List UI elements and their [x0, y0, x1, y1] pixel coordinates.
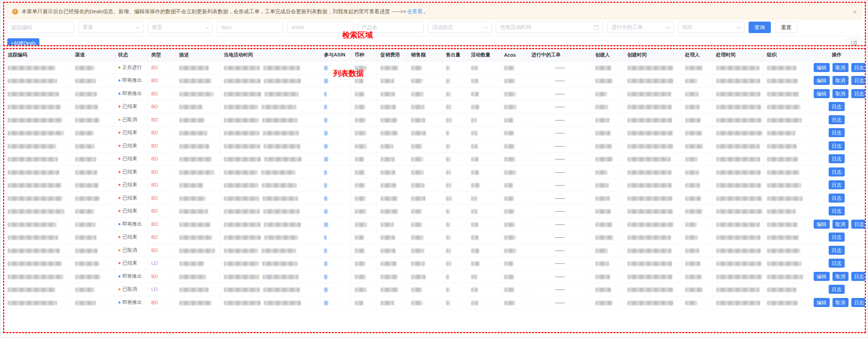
asin-count[interactable] — [324, 144, 328, 149]
redacted-text — [716, 131, 762, 135]
edit-button[interactable]: 编辑 — [814, 272, 830, 281]
log-button[interactable]: 日志 — [829, 233, 845, 242]
log-button[interactable]: 日志 — [829, 206, 845, 215]
asin-count[interactable] — [324, 301, 328, 305]
search-button[interactable]: 查询 — [749, 22, 771, 33]
sku-field[interactable] — [221, 24, 279, 30]
asin-count[interactable] — [324, 275, 327, 279]
redacted-text — [446, 209, 450, 214]
asin-field[interactable] — [291, 24, 349, 30]
cancel-button[interactable]: 取消 — [832, 298, 849, 307]
cancel-button[interactable]: 取消 — [832, 220, 849, 229]
log-button[interactable]: 日志 — [829, 194, 845, 203]
log-button[interactable]: 日志 — [829, 128, 845, 137]
ongoing-ticket-select[interactable]: 进行中的工单 — [607, 22, 674, 33]
activity-status-select[interactable]: 活动状态 — [428, 22, 492, 33]
edit-button[interactable]: 编辑 — [814, 220, 830, 229]
redacted-date-start — [224, 92, 261, 96]
tracking-code-input[interactable] — [7, 22, 74, 33]
log-button[interactable]: 日志 — [829, 167, 845, 176]
redacted-text — [75, 275, 100, 279]
product-name-field[interactable] — [362, 24, 420, 30]
log-button[interactable]: 日志 — [851, 76, 865, 85]
cell-ops: 编辑取消日志 — [808, 74, 865, 87]
log-button[interactable]: 日志 — [829, 285, 845, 294]
log-button[interactable]: 日志 — [851, 63, 865, 72]
cancel-button[interactable]: 取消 — [832, 63, 849, 72]
edit-button[interactable]: 编辑 — [814, 298, 830, 307]
cell-sold — [442, 257, 467, 270]
log-button[interactable]: 日志 — [851, 298, 865, 307]
log-button[interactable]: 日志 — [829, 246, 845, 255]
asin-count[interactable] — [324, 170, 327, 175]
asin-count[interactable] — [324, 92, 327, 96]
close-icon[interactable]: × — [853, 8, 857, 15]
log-button[interactable]: 日志 — [829, 180, 845, 189]
log-button[interactable]: 日志 — [829, 102, 845, 111]
asin-count[interactable] — [324, 235, 327, 240]
type-label: BD — [151, 247, 158, 253]
asin-count[interactable] — [324, 196, 327, 201]
status-dot — [118, 262, 120, 264]
cell-ctime — [624, 165, 681, 179]
asin-count[interactable] — [324, 209, 328, 214]
asin-count[interactable] — [324, 288, 328, 292]
redacted-text — [411, 183, 424, 188]
cell-code — [4, 61, 71, 74]
asin-count[interactable] — [324, 79, 328, 83]
cancel-button[interactable]: 取消 — [832, 76, 849, 85]
redacted-text — [8, 196, 63, 201]
cell-asin — [320, 244, 351, 257]
sku-input[interactable] — [217, 22, 283, 33]
tracking-code-field[interactable] — [11, 24, 70, 30]
create-deals-button[interactable]: +创建Deals — [7, 38, 39, 46]
log-button[interactable]: 日志 — [829, 115, 845, 124]
cell-code — [4, 205, 71, 218]
edit-button[interactable]: 编辑 — [814, 63, 830, 72]
cell-asin — [320, 270, 351, 283]
cell-qty — [467, 61, 500, 74]
asin-count[interactable] — [324, 183, 327, 188]
log-button[interactable]: 日志 — [829, 259, 845, 268]
asin-count[interactable] — [324, 105, 327, 109]
cancel-button[interactable]: 取消 — [832, 272, 849, 281]
alert-banner: ! 本菜单只展示后台已经报名的Deals信息。新增、编辑等操作的数据不会立刻更新… — [7, 4, 862, 19]
cell-asin — [320, 231, 351, 244]
asin-count[interactable] — [324, 249, 327, 253]
asin-count[interactable] — [324, 131, 328, 135]
asin-count[interactable] — [324, 261, 327, 266]
redacted-text — [471, 170, 479, 175]
status-dot — [118, 119, 120, 121]
cell-qty — [467, 179, 500, 192]
cell-sold — [442, 283, 467, 296]
asin-count[interactable] — [324, 118, 327, 123]
log-button[interactable]: 日志 — [829, 154, 845, 163]
status-text: 已结束 — [123, 260, 137, 266]
organization-select[interactable]: 组织 — [678, 22, 744, 33]
cell-type: BD — [148, 270, 175, 283]
redacted-text — [685, 261, 700, 266]
edit-button[interactable]: 编辑 — [814, 76, 830, 85]
log-button[interactable]: 日志 — [829, 141, 845, 150]
log-button[interactable]: 日志 — [851, 220, 865, 229]
redacted-text — [627, 157, 671, 162]
redacted-text — [446, 66, 450, 70]
log-button[interactable]: 日志 — [851, 272, 865, 281]
asin-count[interactable] — [324, 66, 328, 70]
asin-count[interactable] — [324, 222, 328, 227]
list-view-button[interactable] — [846, 39, 862, 46]
deal-type-select[interactable]: 类型 — [148, 22, 213, 33]
redacted-date-end — [262, 183, 297, 188]
cell-time — [220, 61, 320, 74]
channel-select[interactable]: 渠道 — [78, 22, 143, 33]
log-button[interactable]: 日志 — [851, 89, 865, 98]
view-progress-link[interactable]: 去查看 — [407, 8, 423, 14]
asin-count[interactable] — [324, 157, 328, 162]
redacted-text — [446, 222, 450, 227]
status-dot — [118, 236, 120, 238]
edit-button[interactable]: 编辑 — [814, 89, 830, 98]
cancel-button[interactable]: 取消 — [832, 89, 849, 98]
local-activity-time-picker[interactable]: 当地活动时间 — [496, 22, 603, 33]
ticket-dash: —— — [528, 218, 592, 231]
reset-button[interactable]: 重置 — [775, 22, 797, 33]
